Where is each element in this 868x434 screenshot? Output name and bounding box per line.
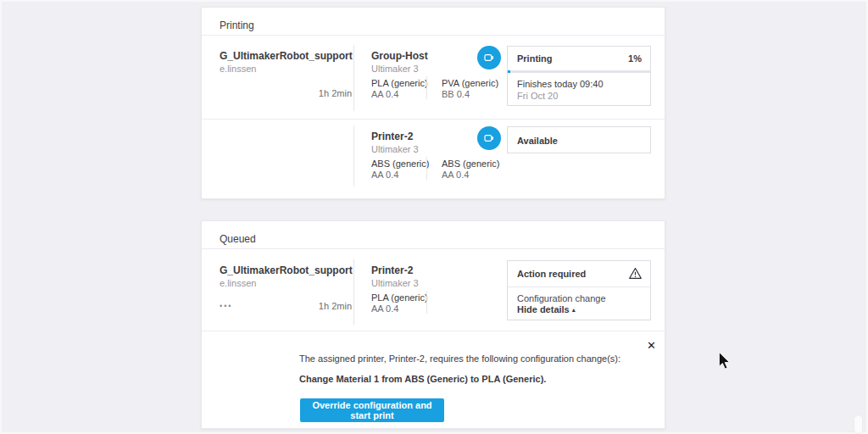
divider <box>426 76 427 99</box>
close-icon[interactable]: ✕ <box>647 340 656 351</box>
divider <box>353 45 354 111</box>
hide-details-toggle[interactable]: Hide details ▴ <box>517 304 576 315</box>
material-1: ABS (generic) <box>371 159 429 170</box>
divider <box>202 35 665 36</box>
queued-section-title: Queued <box>220 231 256 246</box>
job-duration: 1h 2min <box>220 88 352 99</box>
job-owner: e.linssen <box>220 64 256 75</box>
details-message: The assigned printer, Printer-2, require… <box>299 353 620 364</box>
warning-icon <box>628 266 643 284</box>
printer-name: Printer-2 <box>371 131 413 142</box>
printcore-1: AA 0.4 <box>371 303 398 314</box>
printer-name: Printer-2 <box>371 264 413 276</box>
status-label: Available <box>517 136 558 147</box>
queued-section-title-text: Queued <box>220 233 256 245</box>
camera-icon[interactable] <box>477 46 501 70</box>
divider <box>202 331 665 331</box>
printer-camera-glyph <box>482 51 496 64</box>
printcore-2: BB 0.4 <box>442 89 470 100</box>
divider <box>353 259 354 325</box>
material-1: PLA (generic) <box>371 292 428 303</box>
job-owner: e.linssen <box>220 278 256 289</box>
material-2: PVA (generic) <box>442 78 498 89</box>
hide-details-label: Hide details <box>517 304 570 314</box>
override-configuration-button[interactable]: Override configuration and start print <box>300 398 444 422</box>
details-change: Change Material 1 from ABS (Generic) to … <box>299 374 546 385</box>
printer-camera-glyph <box>482 131 496 145</box>
job-duration: 1h 2min <box>220 301 352 312</box>
material-1: PLA (generic) <box>371 78 428 89</box>
printing-status-box: Printing 1% Finishes today 09:40 Fri Oct… <box>507 46 651 106</box>
finish-time: Finishes today 09:40 <box>517 79 604 90</box>
job-name: G_UltimakerRobot_support <box>220 50 353 62</box>
printer-model: Ultimaker 3 <box>371 278 419 289</box>
printcore-1: AA 0.4 <box>371 170 398 181</box>
mouse-cursor <box>718 352 731 373</box>
vertical-scrollbar[interactable] <box>854 415 863 434</box>
caret-up-icon: ▴ <box>572 306 576 314</box>
status-header: Printing 1% <box>508 47 650 70</box>
material-2: ABS (generic) <box>442 159 499 170</box>
printing-section-title-text: Printing <box>220 19 254 31</box>
divider <box>202 248 665 249</box>
progress-bar <box>508 70 650 73</box>
printing-card: Printing G_UltimakerRobot_support e.lins… <box>201 7 665 199</box>
divider <box>426 291 427 314</box>
printer-model: Ultimaker 3 <box>371 64 419 75</box>
action-required-status-box: Action required Configuration change Hid… <box>507 260 651 320</box>
printing-section-title: Printing <box>220 17 254 32</box>
divider <box>426 157 427 180</box>
status-label: Action required <box>517 269 586 280</box>
printcore-2: AA 0.4 <box>442 170 469 181</box>
printer-name: Group-Host <box>371 50 428 62</box>
status-header: Action required <box>508 261 650 287</box>
progress-percent: 1% <box>628 53 642 64</box>
divider <box>508 287 650 287</box>
printer-model: Ultimaker 3 <box>371 144 419 155</box>
printcore-1: AA 0.4 <box>371 89 398 100</box>
divider <box>202 119 665 120</box>
finish-date: Fri Oct 20 <box>517 91 558 102</box>
progress-bar-fill <box>508 70 510 73</box>
available-status-box: Available <box>507 126 651 153</box>
status-label: Printing <box>517 53 553 64</box>
divider <box>353 125 354 186</box>
queued-card: Queued G_UltimakerRobot_support e.linsse… <box>201 220 665 429</box>
job-name: G_UltimakerRobot_support <box>220 264 353 276</box>
print-queue-page: Printing G_UltimakerRobot_support e.lins… <box>0 0 868 434</box>
status-detail: Configuration change <box>517 293 606 304</box>
camera-icon[interactable] <box>477 126 501 150</box>
